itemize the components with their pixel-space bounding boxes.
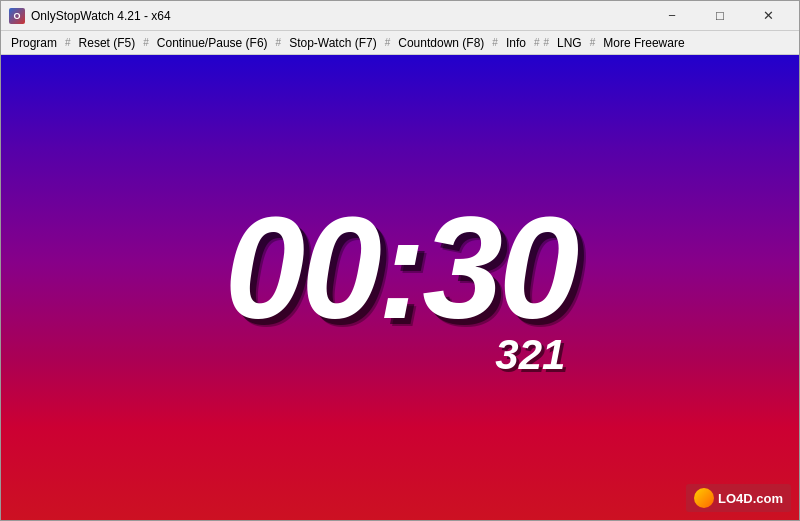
menu-more-freeware[interactable]: More Freeware [597, 34, 690, 52]
timer-main: 00:30 [225, 196, 576, 341]
watermark-label: LO4D.com [718, 491, 783, 506]
sep-7: # [541, 37, 551, 48]
menu-program[interactable]: Program [5, 34, 63, 52]
watermark-icon [694, 488, 714, 508]
timer-display: 00:30 321 [225, 196, 576, 379]
app-icon: O [9, 8, 25, 24]
window-title: OnlyStopWatch 4.21 - x64 [31, 9, 171, 23]
close-button[interactable]: ✕ [745, 5, 791, 27]
timer-sub: 321 [495, 331, 565, 379]
sep-2: # [141, 37, 151, 48]
menu-info[interactable]: Info [500, 34, 532, 52]
main-content: 00:30 321 LO4D.com [1, 55, 799, 520]
title-bar-left: O OnlyStopWatch 4.21 - x64 [9, 8, 171, 24]
menu-stop-watch[interactable]: Stop-Watch (F7) [283, 34, 383, 52]
maximize-button[interactable]: □ [697, 5, 743, 27]
sep-1: # [63, 37, 73, 48]
menu-continue-pause[interactable]: Continue/Pause (F6) [151, 34, 274, 52]
app-window: O OnlyStopWatch 4.21 - x64 − □ ✕ Program… [0, 0, 800, 521]
sep-6: # [532, 37, 542, 48]
menu-lng[interactable]: LNG [551, 34, 588, 52]
sep-5: # [490, 37, 500, 48]
watermark: LO4D.com [686, 484, 791, 512]
minimize-button[interactable]: − [649, 5, 695, 27]
window-controls: − □ ✕ [649, 5, 791, 27]
title-bar: O OnlyStopWatch 4.21 - x64 − □ ✕ [1, 1, 799, 31]
sep-4: # [383, 37, 393, 48]
menu-countdown[interactable]: Countdown (F8) [392, 34, 490, 52]
menu-bar: Program # Reset (F5) # Continue/Pause (F… [1, 31, 799, 55]
menu-reset[interactable]: Reset (F5) [73, 34, 142, 52]
sep-8: # [588, 37, 598, 48]
sep-3: # [274, 37, 284, 48]
